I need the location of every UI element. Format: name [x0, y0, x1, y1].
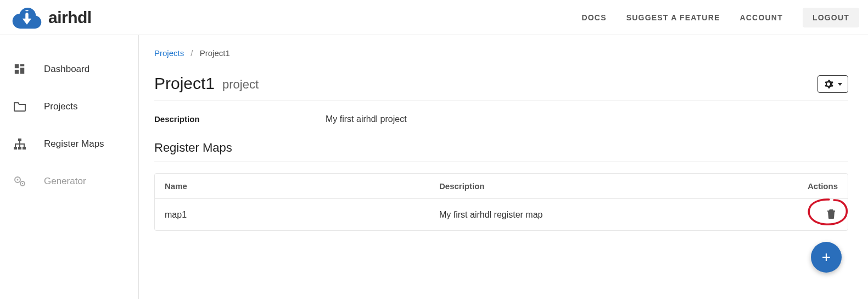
- brand-logo[interactable]: airhdl: [11, 7, 92, 29]
- sidebar-item-label: Projects: [44, 101, 77, 112]
- breadcrumb-root[interactable]: Projects: [154, 48, 184, 58]
- trash-icon: [827, 212, 836, 220]
- plus-icon: +: [822, 248, 831, 266]
- col-header-actions: Actions: [788, 181, 838, 191]
- dashboard-icon: [12, 63, 27, 76]
- svg-point-10: [17, 179, 19, 181]
- svg-rect-7: [18, 147, 21, 150]
- main-content: Projects / Project1 Project1 project Des…: [139, 35, 868, 299]
- nav-docs[interactable]: DOCS: [581, 13, 606, 22]
- table-body: map1 My first airhdl register map: [155, 199, 848, 230]
- gears-icon: [12, 175, 27, 188]
- page-title: Project1: [154, 74, 215, 93]
- svg-point-12: [22, 183, 23, 184]
- breadcrumb-separator: /: [191, 48, 193, 58]
- sidebar: Dashboard Projects Register Maps Generat…: [0, 35, 139, 299]
- brand-name: airhdl: [48, 8, 92, 27]
- description-row: Description My first airhdl project: [154, 114, 848, 124]
- chevron-down-icon: [838, 83, 842, 86]
- svg-rect-1: [15, 64, 19, 68]
- sidebar-item-dashboard[interactable]: Dashboard: [0, 51, 138, 88]
- sidebar-item-generator[interactable]: Generator: [0, 163, 138, 200]
- breadcrumb-current: Project1: [200, 48, 230, 58]
- sidebar-item-projects[interactable]: Projects: [0, 88, 138, 125]
- page-title-row: Project1 project: [154, 74, 848, 101]
- delete-button[interactable]: [825, 207, 838, 223]
- description-label: Description: [154, 114, 326, 124]
- sitemap-icon: [12, 137, 27, 151]
- svg-rect-4: [15, 70, 19, 74]
- col-header-description: Description: [439, 181, 788, 191]
- table-row[interactable]: map1 My first airhdl register map: [155, 199, 848, 230]
- svg-rect-2: [20, 64, 24, 67]
- cell-description: My first airhdl register map: [439, 210, 788, 220]
- svg-rect-0: [25, 10, 28, 11]
- nav-account[interactable]: ACCOUNT: [740, 13, 783, 22]
- sidebar-item-label: Generator: [44, 176, 86, 187]
- sidebar-item-register-maps[interactable]: Register Maps: [0, 125, 138, 163]
- folder-icon: [12, 100, 27, 113]
- add-fab-button[interactable]: +: [811, 242, 842, 273]
- col-header-name: Name: [165, 181, 439, 191]
- logout-button[interactable]: LOGOUT: [803, 8, 859, 27]
- svg-rect-5: [18, 139, 21, 141]
- top-nav: DOCS SUGGEST A FEATURE ACCOUNT LOGOUT: [581, 8, 859, 27]
- svg-rect-8: [23, 147, 26, 150]
- settings-dropdown[interactable]: [817, 75, 848, 93]
- section-title: Register Maps: [154, 141, 848, 162]
- gear-icon: [824, 79, 833, 89]
- sidebar-item-label: Register Maps: [44, 139, 104, 150]
- table-header-row: Name Description Actions: [155, 174, 848, 199]
- svg-rect-3: [20, 68, 24, 74]
- breadcrumb: Projects / Project1: [154, 48, 848, 58]
- description-value: My first airhdl project: [326, 114, 407, 124]
- cloud-download-icon: [11, 7, 43, 29]
- svg-rect-6: [14, 147, 17, 150]
- topbar: airhdl DOCS SUGGEST A FEATURE ACCOUNT LO…: [0, 0, 868, 35]
- sidebar-item-label: Dashboard: [44, 64, 89, 75]
- cell-name: map1: [165, 210, 439, 220]
- nav-suggest-feature[interactable]: SUGGEST A FEATURE: [626, 13, 720, 22]
- register-maps-table: Name Description Actions map1 My first a…: [154, 173, 848, 231]
- page-subtitle: project: [222, 77, 259, 93]
